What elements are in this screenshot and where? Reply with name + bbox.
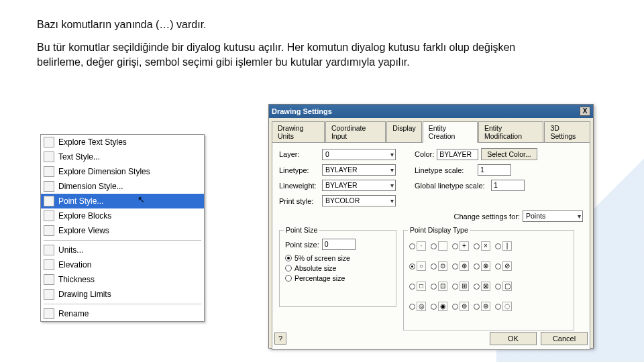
- ok-button[interactable]: OK: [490, 332, 537, 345]
- point-type-option[interactable]: ○: [409, 257, 428, 275]
- point-symbol-icon: □: [417, 282, 426, 291]
- menu-item[interactable]: Point Style...: [41, 194, 204, 208]
- dialog-title: Drawing Settings: [272, 107, 332, 115]
- tab[interactable]: Display: [386, 121, 421, 143]
- point-type-option[interactable]: ◎: [409, 298, 428, 315]
- point-symbol-icon: |: [502, 241, 512, 251]
- menu-item[interactable]: Explore Views: [41, 223, 204, 238]
- paragraph-1: Bazı komutların yanında (…) vardır.: [37, 19, 553, 31]
- gltscale-input[interactable]: 1: [491, 180, 525, 191]
- point-type-option[interactable]: ▢: [495, 278, 514, 295]
- color-value: BYLAYER: [437, 149, 478, 160]
- cancel-button[interactable]: Cancel: [541, 332, 588, 345]
- point-type-option[interactable]: ·: [409, 237, 428, 255]
- menu-item-icon: [44, 181, 54, 192]
- menu-item[interactable]: Thickness: [41, 272, 204, 287]
- menu-item-icon: [44, 274, 54, 285]
- lineweight-combo[interactable]: BYLAYER: [322, 180, 396, 191]
- close-button[interactable]: X: [580, 107, 590, 116]
- point-type-option[interactable]: ⊛: [474, 298, 492, 315]
- point-type-option[interactable]: ⊠: [474, 278, 492, 295]
- point-symbol-icon: ◌: [502, 302, 512, 311]
- menu-item-label: Explore Blocks: [58, 211, 111, 221]
- menu-item-label: Drawing Limits: [58, 290, 111, 299]
- ltscale-label: Linetype scale:: [415, 166, 475, 174]
- point-symbol-icon: [438, 241, 447, 251]
- point-type-option[interactable]: ⊕: [452, 257, 471, 275]
- dialog-tabs: Drawing UnitsCoordinate InputDisplayEnti…: [269, 118, 593, 142]
- menu-item-icon: [44, 259, 54, 270]
- menu-item[interactable]: Text Style...: [41, 149, 204, 164]
- point-symbol-icon: ⊞: [460, 282, 469, 291]
- menu-item-icon: [44, 245, 54, 255]
- help-button[interactable]: ?: [274, 333, 286, 345]
- tab[interactable]: Drawing Units: [272, 121, 325, 143]
- linetype-combo[interactable]: BYLAYER: [322, 164, 396, 176]
- radio-percentage[interactable]: Percentage size: [285, 274, 390, 282]
- radio-dot-icon: [452, 243, 458, 249]
- point-type-option[interactable]: □: [409, 278, 428, 295]
- point-symbol-icon: ⊛: [481, 302, 490, 311]
- radio-dot-icon: [409, 284, 415, 290]
- point-type-option[interactable]: ⊚: [452, 298, 471, 315]
- menu-item[interactable]: Explore Blocks: [41, 208, 204, 223]
- linetype-label: Linetype:: [279, 166, 319, 174]
- tab[interactable]: 3D Settings: [544, 121, 590, 143]
- radio-dot-icon: [431, 284, 437, 290]
- point-size-input[interactable]: 0: [322, 239, 356, 250]
- printstyle-combo[interactable]: BYCOLOR: [322, 195, 396, 206]
- point-type-option[interactable]: ⊙: [431, 257, 449, 275]
- point-type-option[interactable]: ⊘: [495, 257, 514, 275]
- radio-screen-pct[interactable]: 5% of screen size: [285, 254, 390, 262]
- dialog-titlebar[interactable]: Drawing Settings X: [269, 105, 593, 118]
- tab[interactable]: Coordinate Input: [325, 121, 386, 143]
- radio-dot-icon: [409, 263, 415, 269]
- menu-item-icon: [44, 289, 54, 300]
- menu-item[interactable]: Explore Text Styles: [41, 135, 204, 149]
- radio-dot-icon: [474, 243, 480, 249]
- menu-item-label: Rename: [58, 309, 89, 318]
- menu-item[interactable]: Units...: [41, 243, 204, 257]
- tab[interactable]: Entity Creation: [423, 121, 478, 143]
- menu-item-label: Units...: [58, 245, 83, 255]
- point-type-option[interactable]: ◌: [495, 298, 514, 315]
- radio-dot-icon: [431, 263, 437, 269]
- menu-item-icon: [44, 137, 54, 147]
- ltscale-input[interactable]: 1: [478, 164, 511, 176]
- menu-item-label: Point Style...: [58, 196, 103, 206]
- point-symbol-icon: +: [460, 241, 469, 251]
- radio-dot-icon: [474, 304, 480, 310]
- drawing-settings-dialog: Drawing Settings X Drawing UnitsCoordina…: [268, 104, 594, 349]
- point-symbol-icon: ⊠: [481, 282, 490, 291]
- menu-item-label: Text Style...: [58, 152, 100, 162]
- point-type-option[interactable]: ⊞: [452, 278, 471, 295]
- point-type-option[interactable]: ⊗: [474, 257, 492, 275]
- menu-item-icon: [44, 166, 54, 177]
- menu-item-icon: [44, 308, 54, 319]
- point-size-title: Point Size: [284, 226, 319, 234]
- layer-combo[interactable]: 0: [322, 149, 396, 160]
- radio-dot-icon: [285, 255, 292, 261]
- menu-item[interactable]: Explore Dimension Styles: [41, 164, 204, 179]
- menu-item[interactable]: Rename: [41, 306, 204, 321]
- change-settings-combo[interactable]: Points: [523, 210, 583, 222]
- menu-item[interactable]: Dimension Style...: [41, 179, 204, 194]
- point-type-option[interactable]: ⊡: [431, 278, 449, 295]
- tab[interactable]: Entity Modification: [478, 121, 543, 143]
- radio-dot-icon: [495, 243, 501, 249]
- radio-absolute[interactable]: Absolute size: [285, 264, 390, 272]
- menu-item-label: Explore Dimension Styles: [58, 167, 150, 176]
- point-type-option[interactable]: ◉: [431, 298, 449, 315]
- radio-dot-icon: [409, 243, 415, 249]
- point-symbol-icon: ◎: [417, 302, 426, 311]
- radio-dot-icon: [285, 265, 292, 272]
- point-type-option[interactable]: ×: [474, 237, 492, 255]
- radio-dot-icon: [495, 263, 501, 269]
- menu-item-icon: [44, 225, 54, 236]
- point-type-option[interactable]: +: [452, 237, 471, 255]
- menu-item[interactable]: Drawing Limits: [41, 287, 204, 302]
- point-type-option[interactable]: |: [495, 237, 514, 255]
- menu-item[interactable]: Elevation: [41, 257, 204, 272]
- select-color-button[interactable]: Select Color...: [481, 148, 537, 160]
- point-type-option[interactable]: [431, 237, 449, 255]
